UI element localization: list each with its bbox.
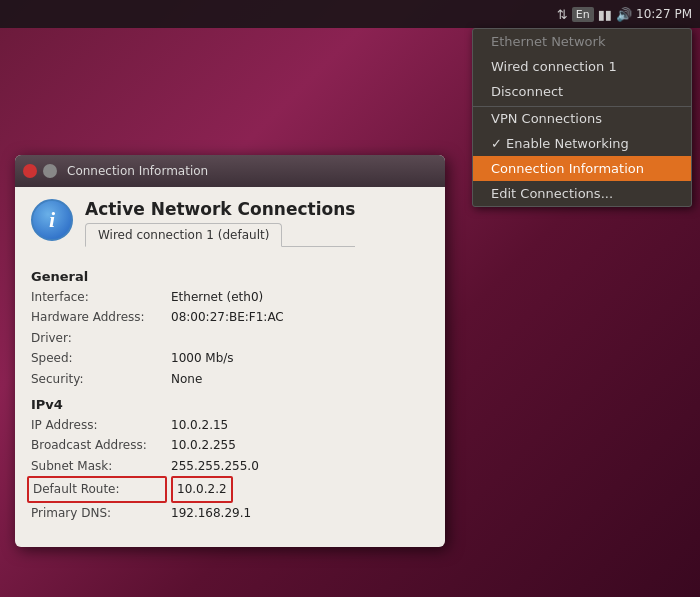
window-header: i Active Network Connections Wired conne… (31, 199, 429, 257)
taskbar: ⇅ En ▮▮ 🔊 10:27 PM (0, 0, 700, 28)
general-section-title: General (31, 269, 429, 284)
label-interface: Interface: (31, 287, 171, 307)
dropdown-item-enable-networking[interactable]: Enable Networking (473, 131, 691, 156)
window-content: i Active Network Connections Wired conne… (15, 187, 445, 547)
label-default-route: Default Route: (27, 476, 167, 502)
dropdown-item-ethernet-network: Ethernet Network (473, 29, 691, 54)
battery-icon: ▮▮ (598, 7, 612, 22)
network-icon: ⇅ (557, 7, 568, 22)
dropdown-item-edit-connections[interactable]: Edit Connections... (473, 181, 691, 206)
tabs-container: Wired connection 1 (default) (85, 223, 355, 247)
ipv4-section-title: IPv4 (31, 397, 429, 412)
value-default-route: 10.0.2.2 (171, 476, 233, 502)
window-close-button[interactable] (23, 164, 37, 178)
value-interface: Ethernet (eth0) (171, 287, 263, 307)
label-speed: Speed: (31, 348, 171, 368)
info-row-security: Security: None (31, 369, 429, 389)
info-row-broadcast: Broadcast Address: 10.0.2.255 (31, 435, 429, 455)
info-row-speed: Speed: 1000 Mb/s (31, 348, 429, 368)
info-row-default-route: Default Route: 10.0.2.2 (31, 476, 429, 502)
info-row-primary-dns: Primary DNS: 192.168.29.1 (31, 503, 429, 523)
dropdown-item-disconnect[interactable]: Disconnect (473, 79, 691, 104)
language-indicator: En (572, 7, 594, 22)
value-hardware-address: 08:00:27:BE:F1:AC (171, 307, 284, 327)
tab-wired-connection[interactable]: Wired connection 1 (default) (85, 223, 282, 247)
label-broadcast: Broadcast Address: (31, 435, 171, 455)
clock: 10:27 PM (636, 7, 692, 21)
label-ip-address: IP Address: (31, 415, 171, 435)
dropdown-item-vpn-connections[interactable]: VPN Connections (473, 106, 691, 131)
label-primary-dns: Primary DNS: (31, 503, 171, 523)
window-title: Connection Information (67, 164, 208, 178)
value-primary-dns: 192.168.29.1 (171, 503, 251, 523)
label-hardware-address: Hardware Address: (31, 307, 171, 327)
info-icon: i (31, 199, 73, 241)
dropdown-item-connection-information[interactable]: Connection Information (473, 156, 691, 181)
info-row-interface: Interface: Ethernet (eth0) (31, 287, 429, 307)
value-broadcast: 10.0.2.255 (171, 435, 236, 455)
value-subnet-mask: 255.255.255.0 (171, 456, 259, 476)
connection-information-window: Connection Information i Active Network … (15, 155, 445, 547)
value-speed: 1000 Mb/s (171, 348, 234, 368)
window-titlebar: Connection Information (15, 155, 445, 187)
volume-icon: 🔊 (616, 7, 632, 22)
network-dropdown-menu: Ethernet Network Wired connection 1 Disc… (472, 28, 692, 207)
window-minimize-button[interactable] (43, 164, 57, 178)
info-row-subnet-mask: Subnet Mask: 255.255.255.0 (31, 456, 429, 476)
general-section: General Interface: Ethernet (eth0) Hardw… (31, 269, 429, 389)
window-header-title: Active Network Connections (85, 199, 355, 219)
label-driver: Driver: (31, 328, 171, 348)
ipv4-section: IPv4 IP Address: 10.0.2.15 Broadcast Add… (31, 397, 429, 523)
info-row-ip-address: IP Address: 10.0.2.15 (31, 415, 429, 435)
info-row-hardware-address: Hardware Address: 08:00:27:BE:F1:AC (31, 307, 429, 327)
label-security: Security: (31, 369, 171, 389)
taskbar-icons: ⇅ En ▮▮ 🔊 10:27 PM (557, 7, 692, 22)
dropdown-item-wired-connection[interactable]: Wired connection 1 (473, 54, 691, 79)
label-subnet-mask: Subnet Mask: (31, 456, 171, 476)
value-ip-address: 10.0.2.15 (171, 415, 228, 435)
info-row-driver: Driver: (31, 328, 429, 348)
value-security: None (171, 369, 202, 389)
